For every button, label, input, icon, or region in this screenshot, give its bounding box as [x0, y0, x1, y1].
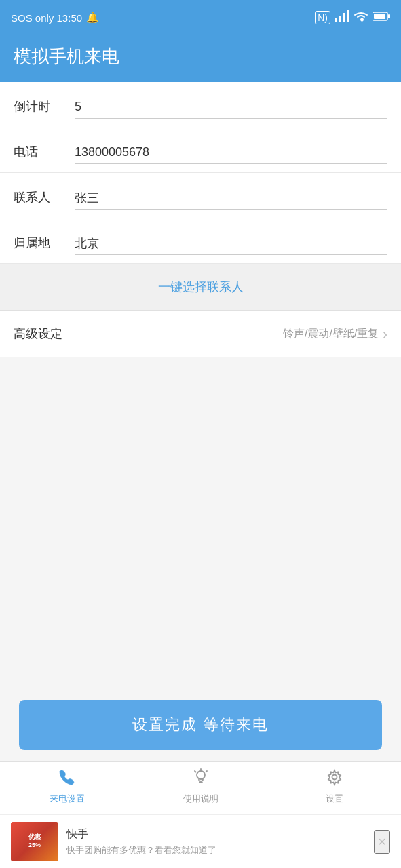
status-left: SOS only 13:50 🔔	[11, 12, 99, 24]
svg-rect-1	[339, 16, 341, 22]
phone-input[interactable]	[75, 145, 387, 159]
gear-icon	[326, 768, 343, 790]
contact-input[interactable]	[75, 191, 387, 205]
ad-close-button[interactable]: ×	[374, 830, 390, 854]
wifi-icon	[354, 10, 368, 25]
app-header: 模拟手机来电	[0, 35, 401, 82]
svg-point-12	[332, 775, 337, 780]
svg-line-11	[206, 771, 207, 772]
app-title: 模拟手机来电	[14, 45, 387, 68]
svg-rect-0	[335, 18, 337, 22]
contact-label: 联系人	[14, 189, 68, 210]
form-row-countdown: 倒计时	[0, 82, 401, 127]
location-label: 归属地	[14, 235, 68, 255]
status-text: SOS only 13:50	[11, 12, 82, 24]
ad-banner: 优惠25% 快手 快手团购能有多优惠？看看您就知道了 ×	[0, 814, 401, 868]
contact-picker-button[interactable]: 一键选择联系人	[0, 264, 401, 310]
nav-item-instructions[interactable]: 使用说明	[174, 768, 228, 805]
status-right: N)	[315, 10, 390, 25]
page-wrapper: SOS only 13:50 🔔 N)	[0, 0, 401, 868]
phone-icon	[58, 768, 76, 790]
svg-rect-5	[374, 14, 385, 19]
contact-picker-section: 一键选择联系人	[0, 264, 401, 311]
countdown-value-wrapper	[75, 100, 387, 119]
form-row-phone: 电话	[0, 127, 401, 173]
form-row-location: 归属地	[0, 218, 401, 264]
advanced-settings-label: 高级设定	[14, 326, 62, 342]
ad-content: 快手 快手团购能有多优惠？看看您就知道了	[66, 827, 366, 856]
nav-label-incoming-call: 来电设置	[50, 793, 85, 805]
battery-icon	[373, 12, 390, 24]
bell-icon: 🔔	[86, 12, 99, 24]
svg-point-7	[197, 771, 205, 779]
phone-value-wrapper	[75, 145, 387, 164]
status-bar: SOS only 13:50 🔔 N)	[0, 0, 401, 35]
countdown-input[interactable]	[75, 100, 387, 114]
ad-description: 快手团购能有多优惠？看看您就知道了	[66, 844, 366, 856]
bottom-nav: 来电设置 使用说明 设置	[0, 761, 401, 814]
nav-label-settings: 设置	[326, 793, 343, 805]
advanced-settings-value: 铃声/震动/壁纸/重复 ›	[283, 326, 387, 342]
svg-line-10	[195, 771, 196, 772]
ad-thumbnail: 优惠25%	[11, 822, 58, 861]
nav-label-instructions: 使用说明	[183, 793, 218, 805]
form-area: 倒计时 电话 联系人 归属地	[0, 82, 401, 264]
countdown-label: 倒计时	[14, 98, 68, 119]
bulb-icon	[192, 768, 210, 790]
svg-rect-3	[347, 10, 349, 22]
empty-content-area	[0, 357, 401, 689]
action-button-wrapper: 设置完成 等待来电	[0, 689, 401, 761]
signal-bars-icon	[335, 10, 349, 25]
form-row-contact: 联系人	[0, 173, 401, 218]
phone-label: 电话	[14, 144, 68, 164]
chevron-right-icon: ›	[383, 326, 387, 342]
contact-value-wrapper	[75, 191, 387, 210]
svg-rect-2	[343, 13, 345, 22]
nfc-icon: N)	[315, 11, 330, 24]
setup-complete-button[interactable]: 设置完成 等待来电	[19, 700, 382, 750]
ad-title: 快手	[66, 827, 366, 842]
location-input[interactable]	[75, 236, 387, 250]
advanced-settings-text: 铃声/震动/壁纸/重复	[283, 327, 379, 341]
location-value-wrapper	[75, 236, 387, 255]
nav-item-incoming-call[interactable]: 来电设置	[40, 768, 94, 805]
nav-item-settings[interactable]: 设置	[307, 768, 362, 805]
advanced-settings-row[interactable]: 高级设定 铃声/震动/壁纸/重复 ›	[0, 311, 401, 357]
svg-rect-6	[388, 14, 390, 18]
